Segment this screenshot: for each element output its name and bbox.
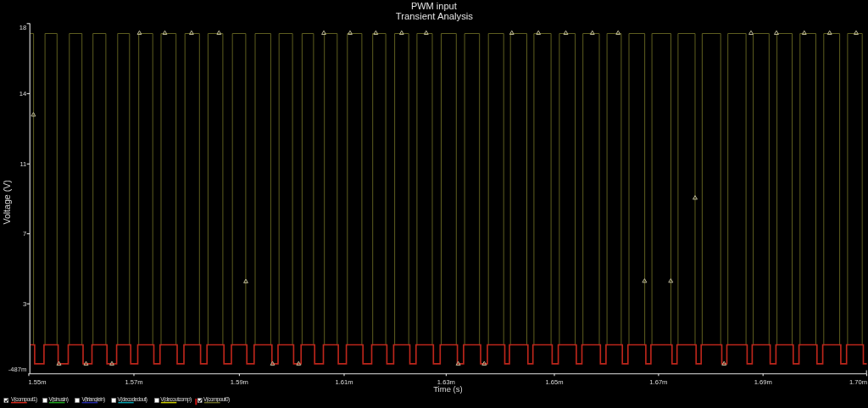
svg-text:1.55m: 1.55m	[29, 378, 47, 386]
svg-text:18: 18	[19, 24, 26, 31]
svg-text:1.69m: 1.69m	[754, 378, 772, 386]
svg-text:Time (s): Time (s)	[433, 384, 462, 394]
svg-text:7: 7	[23, 230, 26, 238]
svg-text:14: 14	[19, 90, 26, 98]
svg-text:3: 3	[23, 300, 26, 308]
svg-text:PWM input: PWM input	[411, 1, 457, 11]
svg-text:Voltage (V): Voltage (V)	[3, 180, 13, 224]
svg-text:-487m: -487m	[8, 366, 27, 373]
svg-text:1.57m: 1.57m	[125, 378, 142, 386]
svg-text:1.59m: 1.59m	[231, 378, 248, 386]
svg-text:1.65m: 1.65m	[545, 378, 563, 386]
svg-text:1.70m: 1.70m	[849, 378, 867, 386]
svg-text:1.61m: 1.61m	[335, 378, 353, 386]
svg-text:Transient Analysis: Transient Analysis	[396, 11, 474, 21]
svg-text:1.67m: 1.67m	[649, 378, 667, 386]
svg-text:11: 11	[19, 160, 26, 168]
